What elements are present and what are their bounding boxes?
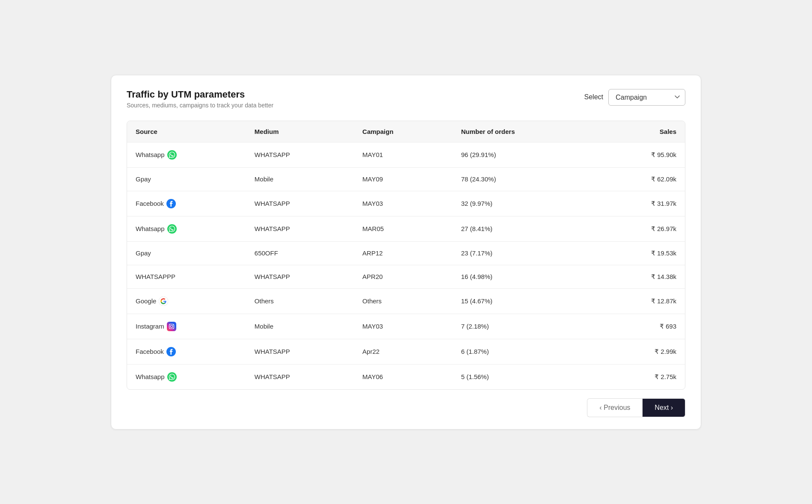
sales-cell: ₹ 26.97k — [598, 216, 685, 241]
campaign-cell: MAY03 — [354, 314, 453, 339]
medium-cell: WHATSAPP — [246, 191, 354, 216]
source-name: Whatsapp — [136, 225, 165, 232]
source-name: Instagram — [136, 323, 164, 330]
campaign-cell: MAY06 — [354, 364, 453, 389]
medium-cell: Mobile — [246, 167, 354, 191]
orders-cell: 16 (4.98%) — [453, 265, 598, 288]
svg-point-2 — [167, 224, 177, 234]
source-cell: WHATSAPPP — [127, 265, 246, 288]
table-row: Whatsapp WHATSAPPMAY065 (1.56%)₹ 2.75k — [127, 364, 685, 389]
source-name: Gpay — [136, 249, 151, 257]
main-card: Traffic by UTM parameters Sources, mediu… — [111, 75, 701, 430]
campaign-cell: Apr22 — [354, 339, 453, 364]
source-name: Gpay — [136, 175, 151, 183]
campaign-cell: MAR05 — [354, 216, 453, 241]
source-cell: Gpay — [127, 241, 246, 265]
svg-rect-4 — [167, 322, 176, 331]
select-label: Select — [584, 93, 603, 101]
sales-cell: ₹ 62.09k — [598, 167, 685, 191]
whatsapp-icon — [167, 150, 177, 160]
col-campaign: Campaign — [354, 121, 453, 142]
page-subtitle: Sources, mediums, campaigns to track you… — [127, 102, 273, 109]
whatsapp-icon — [167, 372, 177, 382]
source-name: Google — [136, 297, 156, 305]
instagram-icon — [167, 322, 176, 331]
table-row: Instagram MobileMAY037 (2.18%)₹ 693 — [127, 314, 685, 339]
campaign-cell: MAY09 — [354, 167, 453, 191]
source-cell: Facebook — [127, 339, 246, 364]
page-title: Traffic by UTM parameters — [127, 89, 273, 100]
sales-cell: ₹ 2.99k — [598, 339, 685, 364]
orders-cell: 78 (24.30%) — [453, 167, 598, 191]
pagination: ‹ Previous Next › — [127, 398, 685, 417]
previous-button[interactable]: ‹ Previous — [587, 398, 642, 417]
medium-cell: WHATSAPP — [246, 142, 354, 167]
medium-cell: WHATSAPP — [246, 216, 354, 241]
medium-cell: WHATSAPP — [246, 339, 354, 364]
campaign-cell: MAY03 — [354, 191, 453, 216]
table-row: Facebook WHATSAPPApr226 (1.87%)₹ 2.99k — [127, 339, 685, 364]
next-button[interactable]: Next › — [642, 398, 685, 417]
sales-cell: ₹ 95.90k — [598, 142, 685, 167]
table-row: Whatsapp WHATSAPPMAY0196 (29.91%)₹ 95.90… — [127, 142, 685, 167]
campaign-cell: ARP12 — [354, 241, 453, 265]
sales-cell: ₹ 12.87k — [598, 288, 685, 314]
table-row: Gpay650OFFARP1223 (7.17%)₹ 19.53k — [127, 241, 685, 265]
orders-cell: 7 (2.18%) — [453, 314, 598, 339]
source-cell: Instagram — [127, 314, 246, 339]
sales-cell: ₹ 31.97k — [598, 191, 685, 216]
header: Traffic by UTM parameters Sources, mediu… — [127, 89, 685, 109]
orders-cell: 5 (1.56%) — [453, 364, 598, 389]
campaign-cell: APR20 — [354, 265, 453, 288]
sales-cell: ₹ 19.53k — [598, 241, 685, 265]
orders-cell: 23 (7.17%) — [453, 241, 598, 265]
svg-point-9 — [167, 372, 177, 382]
col-orders: Number of orders — [453, 121, 598, 142]
source-name: Facebook — [136, 200, 164, 207]
orders-cell: 27 (8.41%) — [453, 216, 598, 241]
source-name: Whatsapp — [136, 373, 165, 380]
table-row: Facebook WHATSAPPMAY0332 (9.97%)₹ 31.97k — [127, 191, 685, 216]
source-name: WHATSAPPP — [136, 273, 175, 280]
facebook-icon — [166, 199, 176, 208]
source-cell: Google — [127, 288, 246, 314]
orders-cell: 32 (9.97%) — [453, 191, 598, 216]
medium-cell: 650OFF — [246, 241, 354, 265]
medium-cell: Others — [246, 288, 354, 314]
campaign-select[interactable]: Campaign Source Medium — [608, 89, 685, 106]
sales-cell: ₹ 2.75k — [598, 364, 685, 389]
source-cell: Whatsapp — [127, 364, 246, 389]
header-right: Select Campaign Source Medium — [584, 89, 685, 106]
col-sales: Sales — [598, 121, 685, 142]
table-body: Whatsapp WHATSAPPMAY0196 (29.91%)₹ 95.90… — [127, 142, 685, 389]
medium-cell: WHATSAPP — [246, 265, 354, 288]
medium-cell: Mobile — [246, 314, 354, 339]
source-cell: Whatsapp — [127, 216, 246, 241]
medium-cell: WHATSAPP — [246, 364, 354, 389]
source-cell: Whatsapp — [127, 142, 246, 167]
source-name: Facebook — [136, 348, 164, 355]
source-cell: Facebook — [127, 191, 246, 216]
col-medium: Medium — [246, 121, 354, 142]
table-wrapper: Source Medium Campaign Number of orders … — [127, 121, 685, 390]
col-source: Source — [127, 121, 246, 142]
sales-cell: ₹ 693 — [598, 314, 685, 339]
campaign-cell: MAY01 — [354, 142, 453, 167]
source-cell: Gpay — [127, 167, 246, 191]
orders-cell: 15 (4.67%) — [453, 288, 598, 314]
utm-table: Source Medium Campaign Number of orders … — [127, 121, 685, 389]
facebook-icon — [166, 347, 176, 356]
table-row: WHATSAPPPWHATSAPPAPR2016 (4.98%)₹ 14.38k — [127, 265, 685, 288]
table-row: Google OthersOthers15 (4.67%)₹ 12.87k — [127, 288, 685, 314]
svg-point-0 — [167, 150, 177, 160]
orders-cell: 6 (1.87%) — [453, 339, 598, 364]
table-row: Whatsapp WHATSAPPMAR0527 (8.41%)₹ 26.97k — [127, 216, 685, 241]
campaign-cell: Others — [354, 288, 453, 314]
header-left: Traffic by UTM parameters Sources, mediu… — [127, 89, 273, 109]
sales-cell: ₹ 14.38k — [598, 265, 685, 288]
table-header: Source Medium Campaign Number of orders … — [127, 121, 685, 142]
svg-point-7 — [173, 324, 173, 325]
source-name: Whatsapp — [136, 151, 165, 158]
table-row: GpayMobileMAY0978 (24.30%)₹ 62.09k — [127, 167, 685, 191]
orders-cell: 96 (29.91%) — [453, 142, 598, 167]
